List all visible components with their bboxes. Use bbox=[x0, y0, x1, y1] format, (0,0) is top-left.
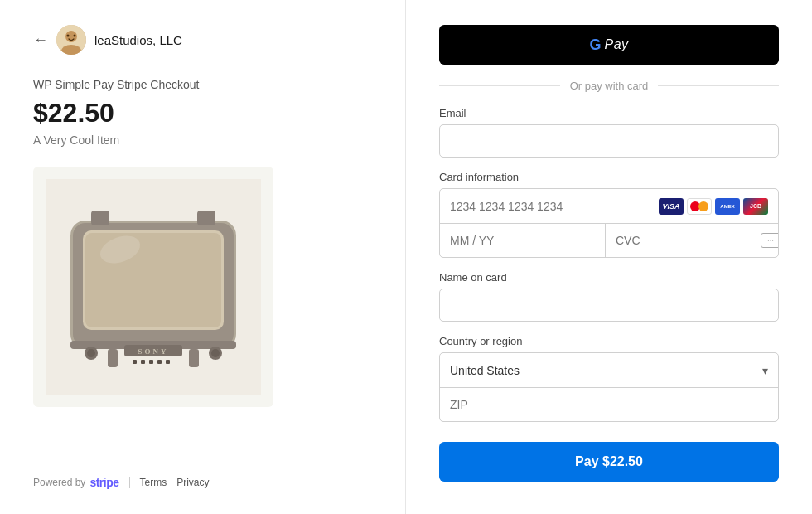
product-price: $22.50 bbox=[33, 98, 372, 128]
svg-rect-23 bbox=[157, 360, 162, 364]
svg-rect-12 bbox=[197, 211, 215, 225]
name-input[interactable] bbox=[439, 289, 779, 322]
country-select-container: United States ▾ bbox=[439, 352, 779, 422]
chevron-down-icon: ▾ bbox=[762, 364, 768, 377]
google-g-blue: G bbox=[589, 36, 601, 54]
card-info-label: Card information bbox=[439, 171, 779, 183]
mastercard-icon bbox=[687, 198, 712, 215]
svg-rect-24 bbox=[166, 360, 170, 364]
right-panel: G Pay Or pay with card Email Card inform… bbox=[406, 0, 812, 514]
product-description: A Very Cool Item bbox=[33, 133, 372, 147]
left-panel: ← leaStudios, LLC WP Simple Pay Stripe C… bbox=[0, 0, 406, 514]
country-label: Country or region bbox=[439, 335, 779, 347]
product-image: SONY bbox=[33, 167, 273, 407]
svg-point-4 bbox=[74, 35, 76, 37]
footer-divider bbox=[129, 477, 130, 488]
stripe-logo: stripe bbox=[89, 476, 118, 489]
country-value: United States bbox=[450, 364, 762, 377]
card-info-container: VISA AMEX JCB bbox=[439, 188, 779, 258]
footer: Powered by stripe Terms Privacy bbox=[33, 476, 372, 489]
privacy-link[interactable]: Privacy bbox=[176, 477, 209, 488]
product-title: WP Simple Pay Stripe Checkout bbox=[33, 78, 372, 91]
divider-text: Or pay with card bbox=[570, 80, 649, 92]
merchant-avatar bbox=[56, 25, 86, 55]
svg-rect-25 bbox=[108, 349, 118, 367]
merchant-name: leaStudios, LLC bbox=[94, 33, 182, 47]
pay-button[interactable]: Pay $22.50 bbox=[439, 442, 779, 482]
powered-by: Powered by stripe bbox=[33, 476, 119, 489]
terms-link[interactable]: Terms bbox=[140, 477, 167, 488]
divider-line-left bbox=[439, 85, 560, 86]
name-label: Name on card bbox=[439, 271, 779, 284]
gpay-button[interactable]: G Pay bbox=[439, 25, 779, 65]
email-group: Email bbox=[439, 107, 779, 158]
back-button[interactable]: ← bbox=[33, 32, 48, 47]
powered-by-text: Powered by bbox=[33, 477, 85, 488]
country-select-row[interactable]: United States ▾ bbox=[440, 353, 778, 388]
svg-point-19 bbox=[211, 349, 220, 357]
card-number-row: VISA AMEX JCB bbox=[440, 189, 778, 224]
country-group: Country or region United States ▾ bbox=[439, 335, 779, 422]
visa-icon: VISA bbox=[659, 198, 684, 215]
svg-text:SONY: SONY bbox=[138, 347, 168, 356]
card-cvc-input[interactable] bbox=[616, 234, 761, 247]
email-input[interactable] bbox=[439, 124, 779, 158]
jcb-icon: JCB bbox=[743, 198, 768, 215]
svg-rect-26 bbox=[189, 349, 199, 367]
card-icons: VISA AMEX JCB bbox=[659, 198, 768, 215]
zip-input[interactable] bbox=[440, 388, 778, 421]
email-label: Email bbox=[439, 107, 779, 119]
divider-line-right bbox=[658, 85, 779, 86]
svg-rect-22 bbox=[149, 360, 153, 364]
pay-button-label: Pay $22.50 bbox=[575, 454, 643, 469]
payment-divider: Or pay with card bbox=[439, 80, 779, 92]
merchant-header: ← leaStudios, LLC bbox=[33, 25, 372, 55]
stripe-wordmark: stripe bbox=[89, 476, 118, 489]
svg-point-3 bbox=[67, 35, 70, 37]
gpay-label: Pay bbox=[604, 37, 628, 52]
svg-rect-11 bbox=[91, 211, 109, 225]
card-expiry-cvc-row bbox=[440, 224, 778, 257]
amex-icon: AMEX bbox=[715, 198, 740, 215]
card-cvc-row bbox=[606, 224, 779, 257]
card-number-input[interactable] bbox=[450, 200, 659, 213]
card-expiry-input[interactable] bbox=[440, 224, 606, 257]
cvc-card-icon bbox=[761, 233, 779, 248]
svg-rect-21 bbox=[141, 360, 145, 364]
svg-point-17 bbox=[87, 349, 95, 357]
svg-rect-20 bbox=[133, 360, 137, 364]
card-info-group: Card information VISA AMEX JCB bbox=[439, 171, 779, 258]
name-group: Name on card bbox=[439, 271, 779, 322]
